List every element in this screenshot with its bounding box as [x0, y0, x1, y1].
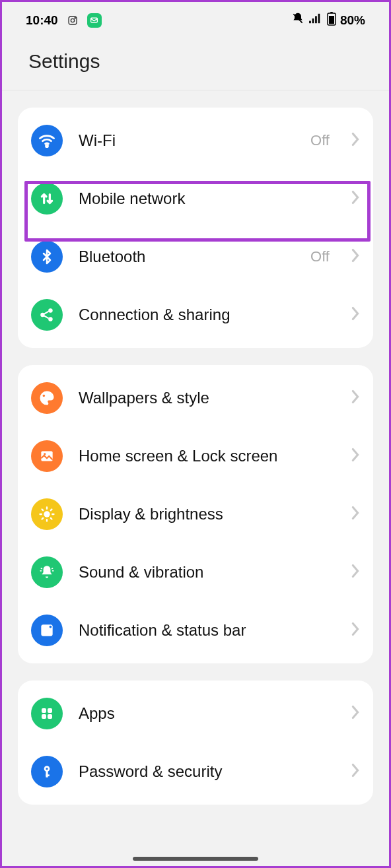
home-indicator[interactable] [133, 857, 258, 861]
bell-icon [31, 556, 63, 588]
row-label: Apps [79, 704, 335, 723]
instagram-icon [66, 14, 79, 27]
row-label: Wallpapers & style [79, 389, 335, 407]
svg-rect-28 [46, 774, 49, 776]
svg-point-1 [71, 18, 74, 22]
svg-point-20 [49, 625, 52, 628]
settings-row-password[interactable]: Password & security [18, 743, 373, 801]
row-label: Bluetooth [79, 248, 295, 266]
key-icon [31, 756, 63, 787]
silent-icon [291, 12, 304, 28]
svg-point-17 [44, 453, 46, 455]
svg-point-12 [40, 313, 45, 317]
bluetooth-icon [31, 241, 63, 273]
chevron-right-icon [351, 506, 360, 523]
row-label: Wi-Fi [79, 131, 295, 150]
settings-group-system: Apps Password & security [18, 681, 373, 805]
svg-rect-5 [312, 18, 314, 23]
svg-rect-3 [91, 18, 98, 22]
image-icon [31, 440, 63, 472]
chevron-right-icon [351, 190, 360, 207]
battery-text: 80% [340, 13, 365, 28]
svg-rect-9 [329, 16, 334, 24]
settings-row-homescreen[interactable]: Home screen & Lock screen [18, 427, 373, 485]
palette-icon [31, 382, 63, 414]
status-left: 10:40 [26, 13, 102, 28]
battery-icon [327, 11, 336, 29]
chevron-right-icon [351, 705, 360, 722]
status-right: 80% [291, 11, 365, 29]
svg-point-2 [75, 17, 75, 18]
settings-list: Wi-Fi Off Mobile network Bluetooth Off C… [2, 90, 389, 805]
settings-row-wifi[interactable]: Wi-Fi Off [18, 112, 373, 170]
mobile-data-icon [31, 183, 63, 215]
settings-row-apps[interactable]: Apps [18, 684, 373, 743]
svg-rect-27 [46, 771, 48, 778]
svg-point-14 [48, 317, 53, 321]
row-label: Connection & sharing [79, 306, 335, 324]
settings-row-sound[interactable]: Sound & vibration [18, 543, 373, 601]
chevron-right-icon [351, 564, 360, 581]
settings-group-connectivity: Wi-Fi Off Mobile network Bluetooth Off C… [18, 108, 373, 348]
settings-group-display: Wallpapers & style Home screen & Lock sc… [18, 365, 373, 663]
chevron-right-icon [351, 389, 360, 407]
svg-point-11 [46, 145, 48, 147]
svg-point-18 [44, 511, 50, 517]
settings-row-notification[interactable]: Notification & status bar [18, 601, 373, 659]
settings-row-display[interactable]: Display & brightness [18, 485, 373, 543]
chevron-right-icon [351, 248, 360, 265]
chevron-right-icon [351, 622, 360, 639]
svg-rect-23 [42, 714, 46, 719]
svg-rect-7 [318, 14, 320, 23]
wifi-icon [31, 125, 63, 156]
notification-bar-icon [31, 615, 63, 646]
row-label: Notification & status bar [79, 621, 335, 640]
svg-rect-21 [42, 708, 46, 713]
settings-row-bluetooth[interactable]: Bluetooth Off [18, 228, 373, 286]
settings-row-mobile-network[interactable]: Mobile network [18, 170, 373, 228]
svg-rect-10 [330, 12, 333, 13]
share-icon [31, 299, 63, 331]
chevron-right-icon [351, 448, 360, 465]
apps-icon [31, 698, 63, 729]
svg-rect-6 [315, 16, 317, 23]
svg-point-13 [48, 308, 53, 313]
svg-rect-4 [309, 21, 311, 24]
chevron-right-icon [351, 132, 360, 149]
row-label: Password & security [79, 762, 335, 781]
row-status: Off [310, 132, 330, 149]
row-label: Display & brightness [79, 505, 335, 523]
svg-point-26 [46, 768, 48, 770]
row-label: Sound & vibration [79, 563, 335, 582]
chevron-right-icon [351, 306, 360, 323]
row-status: Off [310, 248, 330, 265]
status-bar: 10:40 80% [2, 2, 389, 34]
mail-icon [87, 13, 102, 28]
signal-icon [308, 13, 323, 28]
brightness-icon [31, 498, 63, 530]
row-label: Home screen & Lock screen [79, 447, 335, 465]
page-title: Settings [2, 34, 389, 90]
row-label: Mobile network [79, 189, 335, 208]
svg-rect-22 [48, 708, 52, 713]
svg-point-15 [43, 395, 46, 397]
status-time: 10:40 [26, 13, 58, 28]
settings-row-connection-sharing[interactable]: Connection & sharing [18, 286, 373, 344]
chevron-right-icon [351, 763, 360, 780]
svg-rect-24 [48, 714, 52, 719]
settings-row-wallpapers[interactable]: Wallpapers & style [18, 369, 373, 427]
